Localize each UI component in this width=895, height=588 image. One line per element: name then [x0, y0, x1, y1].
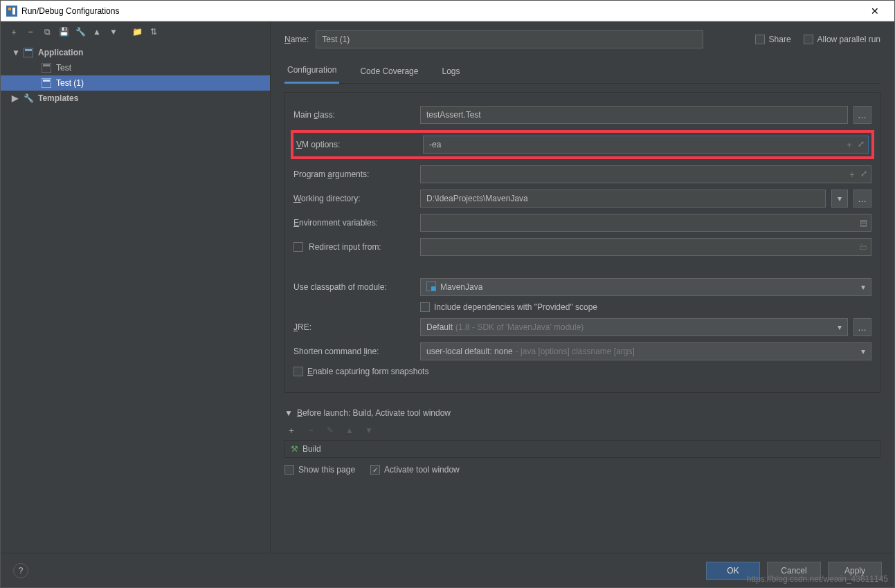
env-vars-label: Environment variables:: [293, 218, 415, 228]
working-dir-input[interactable]: [420, 190, 826, 208]
shorten-label: Shorten command line:: [293, 347, 415, 356]
classpath-module-combo[interactable]: MavenJava ▾: [420, 278, 871, 296]
share-checkbox[interactable]: Share: [755, 35, 791, 44]
program-args-label: Program arguments:: [293, 169, 415, 179]
main-class-input[interactable]: [420, 106, 848, 124]
tab-code-coverage[interactable]: Code Coverage: [357, 66, 421, 83]
main-class-label: Main class:: [293, 110, 415, 120]
parallel-checkbox[interactable]: Allow parallel run: [804, 35, 880, 44]
tab-logs[interactable]: Logs: [439, 66, 462, 83]
browse-working-dir-button[interactable]: …: [853, 190, 871, 208]
titlebar: Run/Debug Configurations ✕: [1, 1, 894, 21]
browse-jre-button[interactable]: …: [853, 318, 871, 336]
redirect-input-checkbox[interactable]: Redirect input from:: [293, 242, 415, 252]
chevron-down-icon: ▼: [284, 408, 293, 418]
insert-macro-icon[interactable]: ＋: [845, 139, 853, 151]
add-config-icon[interactable]: ＋: [6, 24, 21, 39]
shorten-row: Shorten command line: user-local default…: [293, 342, 871, 360]
vm-options-input[interactable]: [423, 136, 869, 154]
edit-task-icon: ✎: [323, 423, 337, 437]
application-icon: [23, 47, 34, 58]
configuration-panel: Main class: … VM options: ＋ ⤢: [284, 92, 880, 393]
move-up-icon[interactable]: ▲: [89, 24, 105, 39]
expand-icon[interactable]: ⤢: [858, 139, 865, 151]
move-down-icon[interactable]: ▼: [106, 24, 121, 39]
enable-snapshots-checkbox[interactable]: Enable capturing form snapshots: [293, 367, 428, 376]
name-label: Name:: [284, 35, 309, 44]
redirect-input-field: [420, 238, 871, 256]
parallel-label: Allow parallel run: [817, 35, 880, 44]
cancel-button[interactable]: Cancel: [767, 562, 821, 580]
tree-node-templates[interactable]: ▶ 🔧 Templates: [1, 91, 270, 106]
env-vars-input[interactable]: [420, 214, 871, 232]
jre-label: JRE:: [293, 322, 415, 332]
browse-file-icon: 🗁: [859, 242, 867, 252]
before-launch-item-build[interactable]: ⚒ Build: [285, 441, 880, 457]
before-launch-list: ⚒ Build: [284, 440, 880, 458]
config-tree: ▼ Application Test Test (1) ▶ 🔧 Template…: [1, 42, 270, 553]
redirect-input-row: Redirect input from: 🗁: [293, 238, 871, 256]
tree-node-test[interactable]: Test: [1, 60, 270, 75]
show-page-checkbox[interactable]: Show this page: [284, 465, 355, 475]
working-dir-dropdown[interactable]: ▾: [831, 190, 848, 208]
list-icon[interactable]: ▤: [860, 218, 867, 228]
sidebar: ＋ − ⧉ 💾 🔧 ▲ ▼ 📁 ⇅ ▼ Application: [1, 21, 271, 553]
svg-rect-6: [43, 64, 50, 66]
name-row: Name: Share Allow parallel run: [284, 26, 880, 53]
tree-node-application[interactable]: ▼ Application: [1, 45, 270, 60]
main-panel: Name: Share Allow parallel run Configura…: [271, 21, 894, 553]
sidebar-toolbar: ＋ − ⧉ 💾 🔧 ▲ ▼ 📁 ⇅: [1, 21, 270, 42]
run-config-icon: [41, 77, 52, 89]
svg-rect-1: [8, 8, 11, 10]
before-launch-toolbar: ＋ − ✎ ▲ ▼: [284, 423, 880, 437]
tree-label: Templates: [38, 93, 78, 103]
apply-button[interactable]: Apply: [828, 562, 882, 580]
before-launch-header[interactable]: ▼ Before launch: Build, Activate tool wi…: [284, 408, 880, 418]
snapshots-row: Enable capturing form snapshots: [293, 367, 871, 376]
vm-options-row: VM options: ＋ ⤢: [296, 136, 869, 154]
app-icon: [6, 6, 17, 17]
copy-config-icon[interactable]: ⧉: [39, 24, 55, 39]
save-config-icon[interactable]: 💾: [56, 24, 71, 39]
svg-rect-0: [6, 6, 17, 17]
hammer-icon: ⚒: [291, 444, 298, 454]
help-button[interactable]: ?: [13, 563, 28, 578]
chevron-down-icon: ▼: [12, 48, 19, 57]
name-input[interactable]: [316, 30, 703, 48]
activate-tool-checkbox[interactable]: Activate tool window: [370, 465, 460, 475]
ok-button[interactable]: OK: [706, 562, 760, 580]
add-task-icon[interactable]: ＋: [284, 423, 298, 437]
footer: ? OK Cancel Apply: [1, 553, 894, 587]
tabs: Configuration Code Coverage Logs: [284, 60, 880, 84]
browse-main-class-button[interactable]: …: [853, 106, 871, 124]
program-args-input[interactable]: [420, 165, 871, 183]
tree-node-test-1[interactable]: Test (1): [1, 75, 270, 91]
svg-rect-4: [25, 49, 32, 51]
program-args-row: Program arguments: ＋ ⤢: [293, 165, 871, 183]
window-title: Run/Debug Configurations: [21, 6, 861, 16]
close-icon[interactable]: ✕: [861, 6, 889, 17]
vm-options-label: VM options:: [296, 140, 417, 149]
svg-rect-8: [43, 80, 50, 82]
include-provided-checkbox[interactable]: Include dependencies with "Provided" sco…: [420, 302, 597, 312]
module-icon: [426, 282, 436, 293]
jre-row: JRE: Default (1.8 - SDK of 'MavenJava' m…: [293, 318, 871, 336]
share-label: Share: [769, 35, 791, 44]
task-down-icon: ▼: [362, 423, 376, 437]
remove-config-icon[interactable]: −: [23, 24, 38, 39]
classpath-module-label: Use classpath of module:: [293, 282, 415, 292]
wrench-icon[interactable]: 🔧: [73, 24, 88, 39]
tree-label: Test: [56, 63, 71, 73]
jre-combo[interactable]: Default (1.8 - SDK of 'MavenJava' module…: [420, 318, 848, 336]
chevron-right-icon: ▶: [12, 93, 19, 103]
sort-icon[interactable]: ⇅: [146, 24, 161, 39]
tree-label: Test (1): [56, 78, 84, 88]
include-provided-row: Include dependencies with "Provided" sco…: [293, 302, 871, 312]
run-config-icon: [41, 62, 52, 73]
shorten-combo[interactable]: user-local default: none - java [options…: [420, 342, 871, 360]
expand-icon[interactable]: ⤢: [860, 169, 867, 181]
insert-macro-icon[interactable]: ＋: [848, 169, 856, 181]
working-dir-label: Working directory:: [293, 194, 415, 203]
folder-icon[interactable]: 📁: [129, 24, 145, 39]
tab-configuration[interactable]: Configuration: [284, 65, 339, 84]
